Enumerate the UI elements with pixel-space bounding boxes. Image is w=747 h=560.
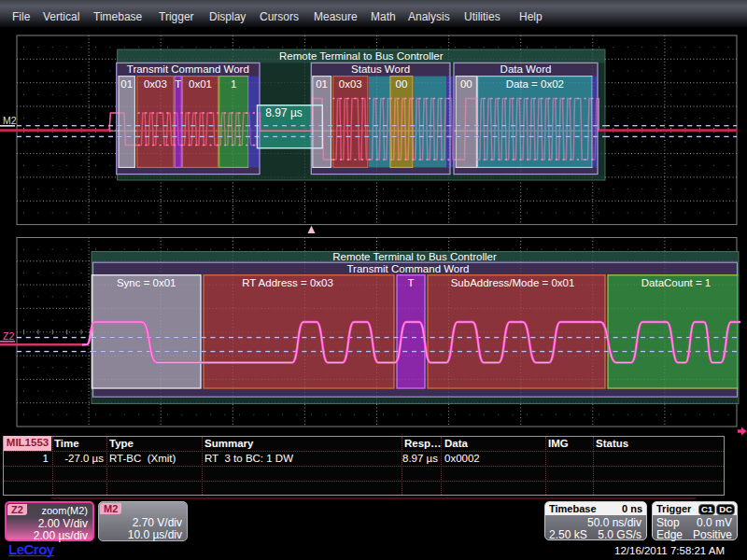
- svg-text:DataCount = 1: DataCount = 1: [641, 277, 711, 288]
- svg-text:1: 1: [231, 78, 236, 90]
- svg-text:Sync = 0x01: Sync = 0x01: [117, 277, 176, 288]
- svg-text:8.97 µs: 8.97 µs: [265, 106, 303, 119]
- svg-text:0x01: 0x01: [189, 78, 212, 90]
- svg-text:Data = 0x02: Data = 0x02: [506, 78, 564, 90]
- svg-text:0x03: 0x03: [144, 78, 167, 90]
- svg-text:Data Word: Data Word: [500, 63, 552, 75]
- svg-text:Transmit Command Word: Transmit Command Word: [127, 63, 249, 75]
- svg-text:Remote Terminal to Bus Control: Remote Terminal to Bus Controller: [279, 50, 444, 62]
- svg-text:T: T: [175, 78, 181, 90]
- svg-text:M2: M2: [3, 115, 17, 126]
- svg-text:00: 00: [396, 78, 408, 90]
- svg-text:Z2: Z2: [3, 330, 14, 342]
- svg-text:00: 00: [460, 78, 472, 90]
- svg-text:RT Address = 0x03: RT Address = 0x03: [242, 277, 333, 288]
- svg-text:Transmit Command Word: Transmit Command Word: [346, 263, 469, 274]
- svg-text:0x03: 0x03: [339, 78, 362, 90]
- svg-text:Status Word: Status Word: [351, 63, 410, 75]
- svg-text:01: 01: [316, 78, 328, 90]
- svg-text:SubAddress/Mode = 0x01: SubAddress/Mode = 0x01: [451, 277, 575, 288]
- svg-text:01: 01: [120, 78, 133, 90]
- svg-text:T: T: [407, 277, 414, 288]
- svg-text:Remote Terminal to Bus Control: Remote Terminal to Bus Controller: [332, 251, 497, 262]
